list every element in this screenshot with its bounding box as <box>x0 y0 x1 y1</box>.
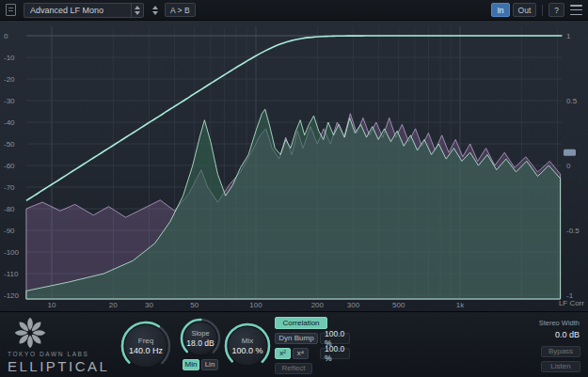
db-tick-label: -20 <box>4 75 15 84</box>
tdr-flower-logo <box>13 316 47 350</box>
preset-stepper[interactable] <box>131 4 143 17</box>
freq-tick-label: 10 <box>48 301 56 309</box>
top-bar: Advanced LF Mono A > B In Out ? <box>0 0 588 21</box>
product-name: ELLIPTICAL <box>8 358 130 374</box>
x4-button[interactable]: x⁴ <box>293 348 309 359</box>
dyn-bump-value[interactable]: 100.0 % <box>320 333 350 344</box>
step-down-icon[interactable] <box>152 11 158 15</box>
spectrum-display: 0-10-20-30-40-50-60-70-80-90-100-110-120… <box>0 21 588 311</box>
dyn-bump-button[interactable]: Dyn Bump <box>275 333 318 344</box>
preset-down-icon[interactable] <box>135 11 140 15</box>
step-up-icon[interactable] <box>152 6 158 9</box>
x-amount-value[interactable]: 100.0 % <box>320 348 350 359</box>
freq-tick-label: 30 <box>145 301 153 309</box>
freq-tick-label: 20 <box>109 301 118 309</box>
db-tick-label: -50 <box>4 140 15 149</box>
mix-knob-ring <box>224 322 271 369</box>
preset-up-icon[interactable] <box>135 6 140 9</box>
reflect-button[interactable]: Reflect <box>275 363 312 374</box>
slope-knob[interactable]: Slope 18.0 dB <box>180 318 221 359</box>
freq-tick-label: 200 <box>311 301 325 309</box>
db-tick-label: -120 <box>4 291 20 300</box>
in-metering-button[interactable]: In <box>491 3 509 17</box>
freq-tick-label: 500 <box>392 301 405 309</box>
phase-mode-group: Min Lin <box>183 359 218 370</box>
lin-phase-button[interactable]: Lin <box>201 359 218 370</box>
db-tick-label: -100 <box>4 248 20 257</box>
bypass-button[interactable]: Bypass <box>541 346 580 357</box>
freq-tick-label: 50 <box>190 301 199 309</box>
out-metering-button[interactable]: Out <box>513 3 537 17</box>
corr-tick-label: -0.5 <box>566 227 580 235</box>
freq-tick-label: 100 <box>249 301 262 309</box>
min-phase-button[interactable]: Min <box>183 359 199 370</box>
db-tick-label: -90 <box>4 227 15 235</box>
output-section: Stereo Width 0.0 dB Bypass Listen <box>532 316 580 374</box>
topbar-right-group: In Out ? <box>491 3 582 17</box>
freq-knob[interactable]: Freq 140.0 Hz <box>120 321 171 371</box>
listen-button[interactable]: Listen <box>541 361 580 372</box>
freq-tick-label: 1k <box>456 301 465 309</box>
corr-tick-label: 0 <box>566 162 571 170</box>
preset-selector[interactable]: Advanced LF Mono <box>24 3 144 18</box>
topbar-divider <box>542 5 543 16</box>
branding: TOKYO DAWN LABS ELLIPTICAL <box>8 316 130 374</box>
help-button[interactable]: ? <box>548 3 564 17</box>
corr-tick-label: 0.5 <box>566 97 578 105</box>
stereo-width-value[interactable]: 0.0 dB <box>555 330 580 339</box>
ab-compare-button[interactable]: A > B <box>165 3 196 17</box>
corr-axis-label: LF Corr <box>559 299 584 307</box>
db-tick-label: -30 <box>4 97 15 105</box>
freq-knob-ring <box>120 321 171 371</box>
spectrum-analyzer-svg[interactable]: 0-10-20-30-40-50-60-70-80-90-100-110-120… <box>0 21 588 311</box>
stereo-width-label: Stereo Width <box>539 319 580 327</box>
db-tick-label: -70 <box>4 183 15 192</box>
db-tick-label: -40 <box>4 118 15 127</box>
preset-step-buttons[interactable] <box>150 3 161 18</box>
hamburger-menu-icon[interactable] <box>570 5 582 15</box>
mix-knob[interactable]: Mix 100.0 % <box>224 322 271 369</box>
preset-file-icon[interactable] <box>6 4 16 16</box>
corr-tick-label: 1 <box>566 32 571 40</box>
x2-button[interactable]: x² <box>275 348 291 359</box>
db-tick-label: -110 <box>4 270 19 278</box>
db-tick-label: -60 <box>4 162 15 170</box>
db-tick-label: -10 <box>4 54 15 62</box>
option-stack: Correlation Dyn Bump 100.0 % x² x⁴ 100.0… <box>275 317 350 373</box>
company-name: TOKYO DAWN LABS <box>8 351 130 357</box>
control-panel: TOKYO DAWN LABS ELLIPTICAL Freq 140.0 Hz… <box>0 311 588 377</box>
correlation-toggle-button[interactable]: Correlation <box>275 317 327 329</box>
db-tick-label: -80 <box>4 205 15 213</box>
corr-meter-marker <box>564 149 576 156</box>
db-tick-label: 0 <box>4 32 8 40</box>
slope-knob-ring <box>180 318 221 359</box>
freq-tick-label: 300 <box>347 301 360 309</box>
preset-name: Advanced LF Mono <box>24 6 131 15</box>
